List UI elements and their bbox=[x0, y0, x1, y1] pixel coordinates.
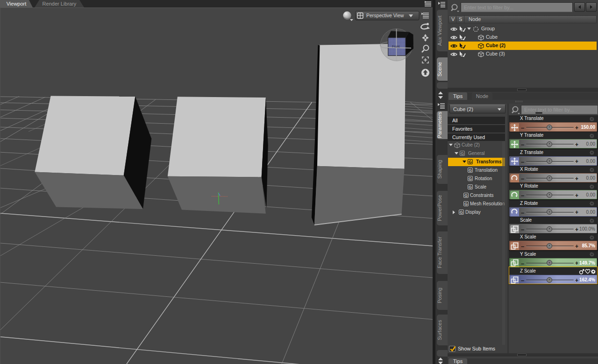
svg-text:Front: Front bbox=[392, 45, 399, 48]
svg-text:Perspective View: Perspective View bbox=[366, 13, 404, 18]
